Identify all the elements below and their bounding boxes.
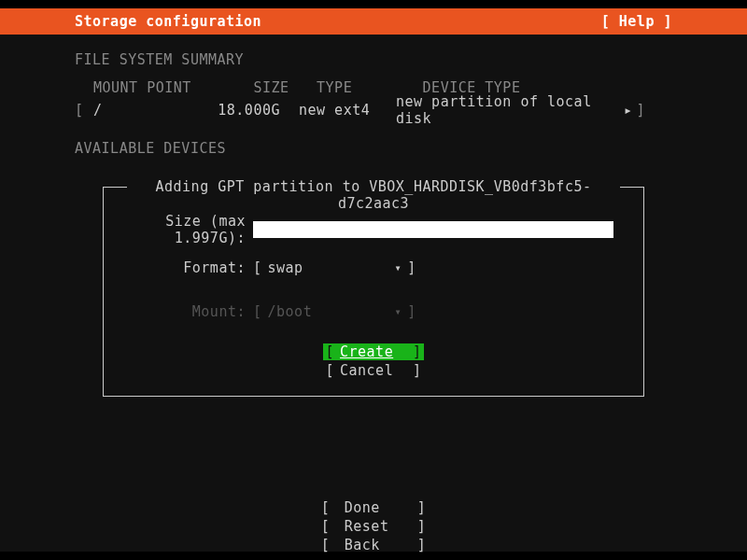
mount-row: Mount: [ /boot ▾ ] [104, 303, 643, 320]
cancel-button[interactable]: [Cancel] [323, 362, 423, 379]
format-select[interactable]: [ swap ▾ ] [253, 259, 416, 276]
dialog-title: Adding GPT partition to VBOX_HARDDISK_VB… [132, 178, 615, 212]
fs-row[interactable]: [ / 18.000G new ext4 new partition of lo… [75, 93, 645, 127]
add-partition-dialog: Adding GPT partition to VBOX_HARDDISK_VB… [103, 187, 644, 397]
chevron-down-icon: ▾ [395, 261, 402, 274]
footer-buttons: [ Done] [ Reset] [ Back] [0, 499, 747, 553]
done-button[interactable]: [ Done] [319, 499, 429, 516]
size-label: Size (max 1.997G): [104, 213, 253, 246]
row-devtype: new partition of local disk [396, 93, 620, 127]
mount-value: /boot [268, 303, 391, 320]
header-bar: Storage configuration [ Help ] [0, 8, 747, 35]
mount-select: [ /boot ▾ ] [253, 303, 416, 320]
help-button[interactable]: [ Help ] [601, 13, 672, 30]
size-input[interactable] [253, 221, 613, 238]
size-row: Size (max 1.997G): [104, 213, 643, 246]
chevron-right-icon: ▸ [624, 102, 633, 119]
back-button[interactable]: [ Back] [319, 537, 429, 553]
mount-label: Mount: [104, 303, 253, 320]
row-size: 18.000G [205, 102, 280, 119]
row-mount: / [93, 102, 205, 119]
format-label: Format: [104, 259, 253, 276]
page-title: Storage configuration [75, 13, 261, 30]
create-button[interactable]: [Create] [323, 343, 423, 360]
format-value: swap [268, 259, 391, 276]
row-type: new ext4 [299, 102, 383, 119]
available-heading: AVAILABLE DEVICES [75, 140, 226, 157]
fs-summary-heading: FILE SYSTEM SUMMARY [75, 51, 244, 68]
chevron-down-icon: ▾ [395, 305, 402, 318]
row-close: ] [637, 102, 646, 119]
format-row: Format: [ swap ▾ ] [104, 259, 643, 276]
reset-button[interactable]: [ Reset] [319, 518, 429, 535]
row-open: [ [75, 102, 93, 119]
